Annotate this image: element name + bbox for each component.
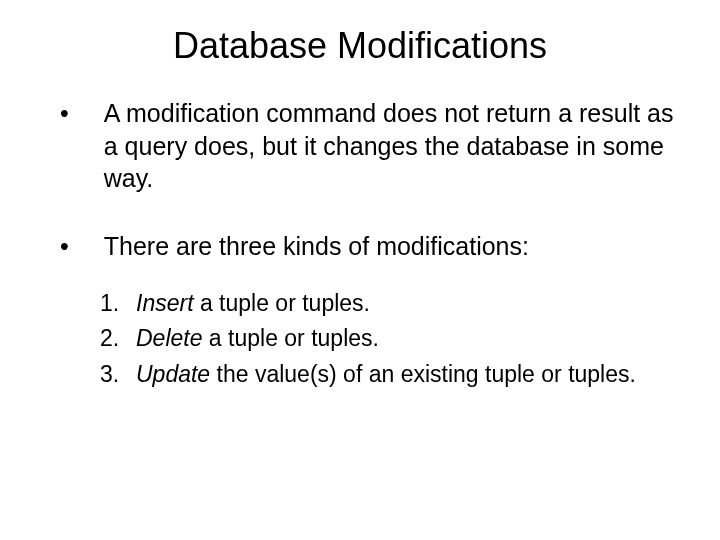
numbered-item: 3. Update the value(s) of an existing tu…: [100, 358, 680, 391]
emphasis-term: Delete: [136, 325, 202, 351]
numbered-text: Insert a tuple or tuples.: [136, 287, 680, 320]
numbered-list: 1. Insert a tuple or tuples. 2. Delete a…: [40, 287, 680, 391]
numbered-text: Delete a tuple or tuples.: [136, 322, 680, 355]
bullet-text: A modification command does not return a…: [104, 97, 680, 195]
bullet-marker: •: [60, 230, 69, 263]
emphasis-term: Update: [136, 361, 210, 387]
rest-text: a tuple or tuples.: [202, 325, 378, 351]
numbered-text: Update the value(s) of an existing tuple…: [136, 358, 680, 391]
numbered-item: 1. Insert a tuple or tuples.: [100, 287, 680, 320]
rest-text: a tuple or tuples.: [194, 290, 370, 316]
rest-text: the value(s) of an existing tuple or tup…: [210, 361, 636, 387]
bullet-marker: •: [60, 97, 69, 130]
numbered-marker: 1.: [100, 287, 124, 320]
numbered-marker: 3.: [100, 358, 124, 391]
bullet-item: • There are three kinds of modifications…: [50, 230, 680, 263]
numbered-marker: 2.: [100, 322, 124, 355]
numbered-item: 2. Delete a tuple or tuples.: [100, 322, 680, 355]
slide-title: Database Modifications: [40, 25, 680, 67]
bullet-text: There are three kinds of modifications:: [104, 230, 680, 263]
bullet-list: • A modification command does not return…: [40, 97, 680, 262]
emphasis-term: Insert: [136, 290, 194, 316]
bullet-item: • A modification command does not return…: [50, 97, 680, 195]
